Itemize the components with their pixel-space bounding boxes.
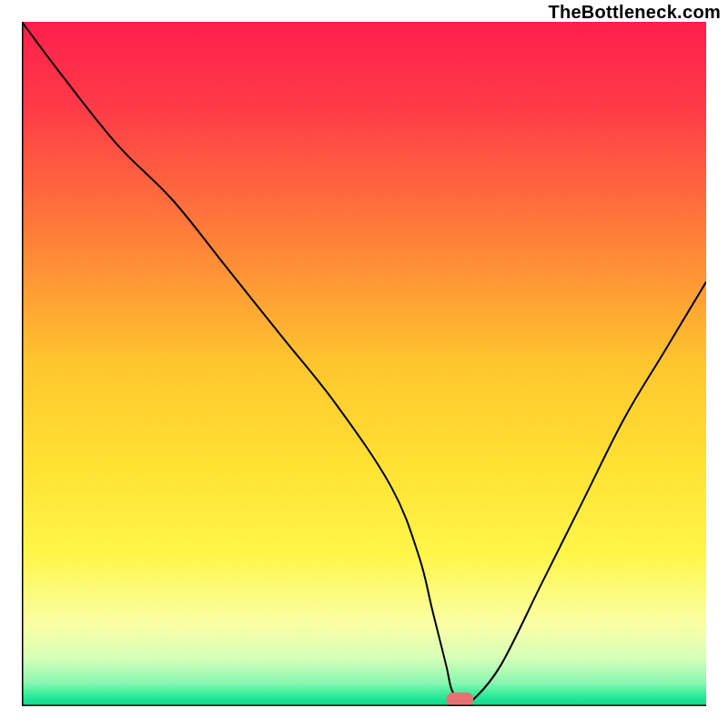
gradient-background: [22, 22, 706, 706]
chart-svg: [22, 22, 706, 706]
attribution-label: TheBottleneck.com: [548, 2, 721, 23]
plot-area: [22, 22, 706, 706]
optimal-marker: [446, 693, 473, 706]
bottleneck-chart: TheBottleneck.com: [0, 0, 728, 728]
